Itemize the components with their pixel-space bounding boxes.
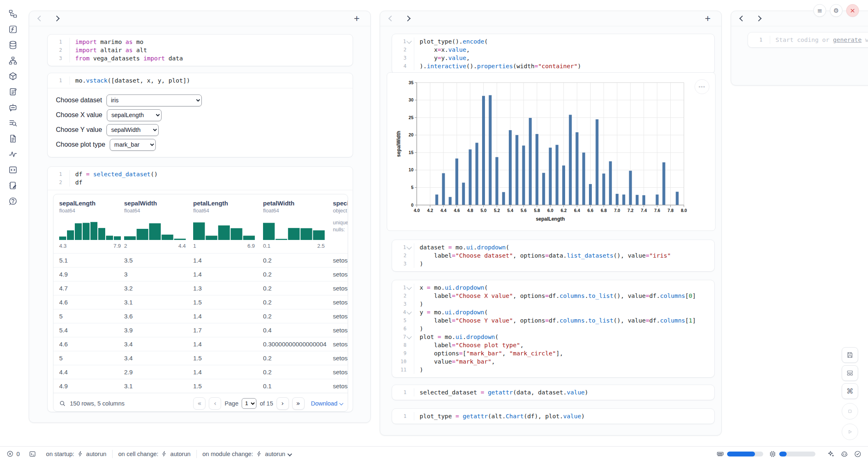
on-startup-setting[interactable]: on startup: autorun bbox=[46, 451, 106, 457]
scroll-left-button[interactable] bbox=[37, 16, 43, 21]
code-line[interactable]: 1x = mo.ui.dropdown( bbox=[392, 284, 714, 292]
table-row[interactable]: 53.41.50.2setosa bbox=[53, 351, 348, 365]
fold-chevron-icon[interactable] bbox=[406, 284, 412, 290]
cell-widget-dropdowns[interactable]: 1x = mo.ui.dropdown(2 label="Choose X va… bbox=[392, 280, 715, 378]
file-tree-icon[interactable] bbox=[7, 8, 18, 19]
fold-chevron-icon[interactable] bbox=[406, 309, 412, 314]
scroll-left-button[interactable] bbox=[739, 16, 745, 21]
cell-plot[interactable]: 1plot_type().encode(2 x=x.value,3 y=y.va… bbox=[392, 34, 715, 74]
bar[interactable] bbox=[676, 192, 679, 205]
last-page-button[interactable]: » bbox=[292, 397, 305, 410]
code-editor[interactable]: 1import marimo as mo2import altair as al… bbox=[48, 35, 353, 66]
table-row[interactable]: 4.42.91.40.2setosa bbox=[53, 365, 348, 379]
table-row[interactable]: 4.63.11.50.2setosa bbox=[53, 295, 348, 309]
column-header[interactable]: speciesobjectunique:nulls: bbox=[333, 200, 348, 249]
code-line[interactable]: 4).interactive().properties(width="conta… bbox=[392, 62, 714, 70]
scroll-right-button[interactable] bbox=[54, 16, 60, 21]
chat-icon[interactable] bbox=[7, 102, 18, 113]
bar[interactable] bbox=[502, 192, 505, 205]
fold-chevron-icon[interactable] bbox=[406, 244, 412, 249]
bar-chart[interactable]: 4.04.24.44.64.85.05.25.45.65.86.06.26.46… bbox=[394, 78, 703, 227]
code-editor[interactable]: 1mo.vstack([dataset, x, y, plot]) bbox=[48, 73, 353, 88]
copilot-button[interactable] bbox=[840, 450, 848, 458]
code-line[interactable]: 2 label="Choose X value", options=df.col… bbox=[392, 292, 714, 300]
code-line[interactable]: 4y = mo.ui.dropdown( bbox=[392, 308, 714, 316]
code-line[interactable]: 1dataset = mo.ui.dropdown( bbox=[392, 243, 714, 251]
function-icon[interactable] bbox=[7, 24, 18, 35]
scroll-left-button[interactable] bbox=[388, 16, 394, 21]
code-line[interactable]: 2 label="Choose dataset", options=data.l… bbox=[392, 251, 714, 260]
column-header[interactable]: petalWidthfloat640.12.5 bbox=[263, 200, 333, 249]
bar[interactable] bbox=[556, 145, 559, 205]
cell-empty[interactable]: 1 Start coding or generate with bbox=[748, 32, 868, 48]
bar[interactable] bbox=[442, 173, 445, 205]
scripts-icon[interactable] bbox=[7, 86, 18, 97]
table-row[interactable]: 53.61.40.2setosa bbox=[53, 309, 348, 323]
fold-chevron-icon[interactable] bbox=[406, 38, 412, 44]
add-column-button[interactable]: + bbox=[351, 13, 362, 24]
code-editor[interactable]: 1plot_type().encode(2 x=x.value,3 y=y.va… bbox=[392, 34, 714, 74]
x-value-select[interactable]: sepalLength bbox=[107, 109, 162, 121]
code-line[interactable]: 6) bbox=[392, 325, 714, 333]
code-line[interactable]: 1mo.vstack([dataset, x, y, plot]) bbox=[48, 76, 353, 85]
bar[interactable] bbox=[609, 161, 612, 205]
close-button[interactable]: × bbox=[846, 4, 859, 17]
code-line[interactable]: 3from vega_datasets import data bbox=[48, 54, 353, 62]
bar[interactable] bbox=[522, 145, 525, 205]
column-header[interactable]: petalLengthfloat6416.9 bbox=[193, 200, 263, 249]
table-row[interactable]: 4.73.21.30.2setosa bbox=[53, 281, 348, 295]
on-module-change-setting[interactable]: on module change: autorun bbox=[203, 451, 292, 457]
code-line[interactable]: 3) bbox=[392, 260, 714, 268]
code-line[interactable]: 2import altair as alt bbox=[48, 46, 353, 54]
bar[interactable] bbox=[549, 148, 552, 205]
fold-chevron-icon[interactable] bbox=[406, 334, 412, 339]
terminal-button[interactable] bbox=[29, 450, 36, 458]
tracing-icon[interactable] bbox=[7, 149, 18, 159]
download-button[interactable]: Download bbox=[311, 400, 343, 407]
bar[interactable] bbox=[529, 118, 532, 205]
bar[interactable] bbox=[469, 150, 472, 205]
scroll-right-button[interactable] bbox=[756, 16, 762, 21]
bar[interactable] bbox=[642, 195, 645, 205]
documentation-icon[interactable] bbox=[7, 133, 18, 144]
bar[interactable] bbox=[663, 162, 665, 205]
run-button[interactable] bbox=[842, 424, 858, 440]
bar[interactable] bbox=[455, 159, 458, 205]
bar[interactable] bbox=[582, 152, 585, 205]
code-line[interactable]: 3 y=y.value, bbox=[392, 54, 714, 62]
logs-icon[interactable] bbox=[7, 118, 18, 128]
connection-status-button[interactable] bbox=[854, 450, 861, 458]
bar[interactable] bbox=[482, 96, 485, 205]
code-line[interactable]: 5 label="Choose Y value", options=df.col… bbox=[392, 316, 714, 325]
bar[interactable] bbox=[489, 95, 492, 205]
bar[interactable] bbox=[629, 171, 632, 205]
table-row[interactable]: 4.931.40.2setosa bbox=[53, 267, 348, 281]
bar[interactable] bbox=[622, 194, 625, 205]
scroll-right-button[interactable] bbox=[405, 16, 411, 21]
code-line[interactable]: 2df bbox=[48, 178, 353, 187]
bar[interactable] bbox=[576, 132, 579, 205]
bar[interactable] bbox=[515, 135, 518, 205]
search-icon[interactable] bbox=[59, 400, 66, 407]
bar[interactable] bbox=[476, 143, 478, 205]
on-cell-change-setting[interactable]: on cell change: autorun bbox=[118, 451, 191, 457]
bar[interactable] bbox=[636, 195, 639, 205]
code-line[interactable]: 10 value="mark_bar", bbox=[392, 357, 714, 366]
table-row[interactable]: 4.93.11.50.1setosa bbox=[53, 379, 348, 393]
help-icon[interactable] bbox=[7, 196, 18, 206]
generate-link[interactable]: generate bbox=[833, 37, 862, 43]
code-line[interactable]: 1df = selected_dataset() bbox=[48, 170, 353, 178]
snippets-icon[interactable] bbox=[7, 164, 18, 175]
code-editor[interactable]: 1selected_dataset = getattr(data, datase… bbox=[392, 385, 714, 400]
code-editor[interactable]: 1x = mo.ui.dropdown(2 label="Choose X va… bbox=[392, 280, 714, 377]
editor-placeholder[interactable]: Start coding or generate with bbox=[770, 36, 868, 44]
menu-button[interactable]: ≡ bbox=[813, 4, 826, 17]
cell-plot-type[interactable]: 1plot_type = getattr(alt.Chart(df), plot… bbox=[392, 408, 715, 424]
scratchpad-icon[interactable] bbox=[7, 180, 18, 191]
dependency-graph-icon[interactable] bbox=[7, 55, 18, 66]
layout-button[interactable] bbox=[842, 365, 858, 381]
table-row[interactable]: 5.43.91.70.4setosa bbox=[53, 323, 348, 337]
prev-page-button[interactable]: ‹ bbox=[209, 397, 221, 410]
error-indicator[interactable]: 0 bbox=[7, 450, 20, 457]
code-line[interactable]: 2 x=x.value, bbox=[392, 46, 714, 54]
